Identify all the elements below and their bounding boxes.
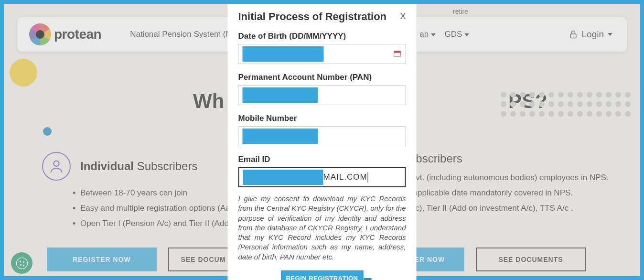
dob-masked-value <box>243 46 324 62</box>
mobile-label: Mobile Number <box>238 114 406 123</box>
email-label: Email ID <box>238 155 406 164</box>
dob-input[interactable] <box>238 44 406 64</box>
registration-modal: Initial Process of Registration X Date o… <box>228 4 417 280</box>
consent-text: I give my consent to download my KYC Rec… <box>238 194 406 262</box>
text-cursor <box>368 172 368 183</box>
pan-masked-value <box>243 87 318 103</box>
mobile-masked-value <box>243 129 318 144</box>
svg-rect-8 <box>394 51 401 53</box>
close-button[interactable]: X <box>400 11 406 22</box>
dob-label: Date of Birth (DD/MM/YYYY) <box>238 32 406 41</box>
pan-label: Permanent Account Number (PAN) <box>238 73 406 82</box>
email-input[interactable]: MAIL.COM <box>238 167 406 187</box>
calendar-icon[interactable] <box>393 49 402 58</box>
begin-registration-button[interactable]: BEGIN REGISTRATION <box>281 270 363 280</box>
pan-input[interactable] <box>238 85 406 105</box>
modal-title: Initial Process of Registration <box>238 11 406 23</box>
annotation-arrow <box>364 278 393 280</box>
email-masked-value <box>243 170 323 185</box>
mobile-input[interactable] <box>238 126 406 146</box>
email-visible-suffix: MAIL.COM <box>323 172 367 182</box>
